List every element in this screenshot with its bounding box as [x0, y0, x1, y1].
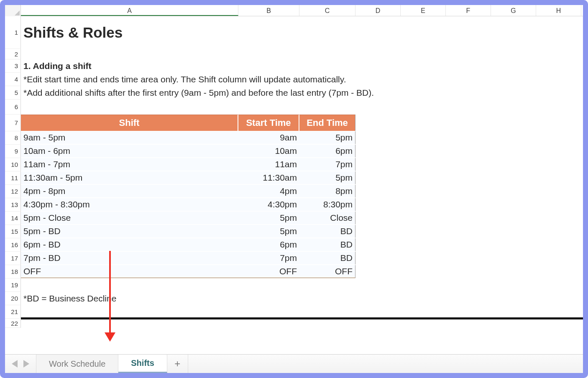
column-header-E[interactable]: E [401, 5, 446, 16]
cell-start-time[interactable]: 11am [238, 158, 299, 171]
cell-start-time[interactable]: 4pm [238, 185, 299, 198]
row-header-6[interactable]: 6 [5, 100, 21, 115]
th-shift[interactable]: Shift [21, 115, 238, 131]
cell-start-time[interactable]: 5pm [238, 212, 299, 225]
select-all-corner[interactable] [5, 5, 21, 16]
cell-end-time[interactable]: 5pm [299, 171, 355, 184]
row-header-8[interactable]: 8 [5, 131, 21, 145]
row-header-5[interactable]: 5 [5, 86, 21, 100]
cell-end-time[interactable]: 6pm [299, 145, 355, 158]
cell-shift[interactable]: OFF [21, 265, 238, 278]
note-1[interactable]: *Edit start time and ends time area only… [21, 73, 349, 86]
cell-start-time[interactable]: 7pm [238, 252, 299, 265]
cell-end-time[interactable]: OFF [299, 265, 355, 278]
tab-work-schedule[interactable]: Work Schedule [36, 355, 118, 373]
row-header-4[interactable]: 4 [5, 73, 21, 86]
column-header-A[interactable]: A [21, 5, 238, 16]
cell-shift[interactable]: 10am - 6pm [21, 145, 238, 158]
section-heading[interactable]: 1. Adding a shift [21, 59, 94, 72]
row-header-10[interactable]: 10 [5, 158, 21, 171]
cell-end-time[interactable]: BD [299, 238, 355, 251]
cell-shift[interactable]: 5pm - Close [21, 212, 238, 225]
row-header-17[interactable]: 17 [5, 252, 21, 265]
tab-prev-icon[interactable] [12, 360, 18, 368]
column-headers: A B C D E F G H [5, 5, 583, 16]
cell-shift[interactable]: 5pm - BD [21, 225, 238, 238]
cell-end-time[interactable]: Close [299, 212, 355, 225]
row-header-9[interactable]: 9 [5, 145, 21, 158]
row-header-19[interactable]: 19 [5, 278, 21, 292]
column-header-H[interactable]: H [536, 5, 581, 16]
row-header-21[interactable]: 21 [5, 305, 21, 319]
cell-end-time[interactable]: 8pm [299, 185, 355, 198]
column-header-G[interactable]: G [491, 5, 536, 16]
row-header-1[interactable]: 1 [5, 16, 21, 49]
cell-shift[interactable]: 4:30pm - 8:30pm [21, 198, 238, 211]
tab-next-icon[interactable] [23, 360, 29, 368]
app-frame: A B C D E F G H 1 Shifts & Roles 2 [0, 0, 588, 378]
row-header-16[interactable]: 16 [5, 238, 21, 252]
cell-end-time[interactable]: BD [299, 225, 355, 238]
cell-end-time[interactable]: 7pm [299, 158, 355, 171]
add-sheet-button[interactable]: + [167, 355, 188, 373]
row-header-12[interactable]: 12 [5, 185, 21, 198]
row-header-2[interactable]: 2 [5, 49, 21, 59]
row-header-14[interactable]: 14 [5, 212, 21, 225]
row-header-22[interactable]: 22 [5, 319, 21, 328]
cell-shift[interactable]: 11:30am - 5pm [21, 171, 238, 184]
column-header-B[interactable]: B [238, 5, 299, 16]
cell-end-time[interactable]: 5pm [299, 131, 355, 144]
cell-shift[interactable]: 11am - 7pm [21, 158, 238, 171]
column-header-D[interactable]: D [355, 5, 401, 16]
cell-start-time[interactable]: 10am [238, 145, 299, 158]
tab-nav [5, 355, 36, 373]
row-header-20[interactable]: 20 [5, 292, 21, 305]
cell-start-time[interactable]: 5pm [238, 225, 299, 238]
cell-shift[interactable]: 7pm - BD [21, 252, 238, 265]
cell-start-time[interactable]: 6pm [238, 238, 299, 251]
row-header-13[interactable]: 13 [5, 198, 21, 212]
cell-end-time[interactable]: 8:30pm [299, 198, 355, 211]
cell-start-time[interactable]: 9am [238, 131, 299, 144]
column-header-F[interactable]: F [446, 5, 491, 16]
row-header-11[interactable]: 11 [5, 171, 21, 185]
column-header-C[interactable]: C [299, 5, 355, 16]
note-2[interactable]: *Add additional shifts after the first e… [21, 86, 376, 99]
row-header-3[interactable]: 3 [5, 59, 21, 73]
cell-shift[interactable]: 4pm - 8pm [21, 185, 238, 198]
cell-end-time[interactable]: BD [299, 252, 355, 265]
page-title[interactable]: Shifts & Roles [21, 16, 238, 49]
cell-start-time[interactable]: OFF [238, 265, 299, 278]
row-header-7[interactable]: 7 [5, 115, 21, 131]
tab-shifts[interactable]: Shifts [118, 355, 167, 373]
spreadsheet-area[interactable]: A B C D E F G H 1 Shifts & Roles 2 [5, 5, 583, 354]
cell-start-time[interactable]: 4:30pm [238, 198, 299, 211]
row-header-15[interactable]: 15 [5, 225, 21, 238]
cell-start-time[interactable]: 11:30am [238, 171, 299, 184]
legend-text[interactable]: *BD = Business Decline [21, 292, 119, 305]
row-header-18[interactable]: 18 [5, 265, 21, 278]
cell-shift[interactable]: 6pm - BD [21, 238, 238, 251]
sheet-tabs-bar: Work Schedule Shifts + [5, 354, 583, 373]
th-start[interactable]: Start Time [238, 115, 299, 131]
th-end[interactable]: End Time [299, 115, 355, 131]
cell-shift[interactable]: 9am - 5pm [21, 131, 238, 144]
